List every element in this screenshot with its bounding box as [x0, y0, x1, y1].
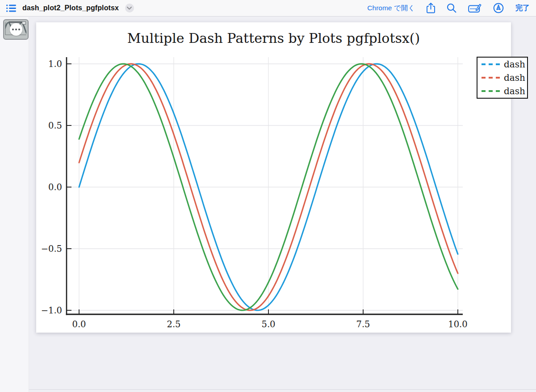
- xtick-label: 0.0: [72, 319, 86, 329]
- axes: [66, 57, 463, 315]
- legend-entry: dash: [482, 86, 523, 96]
- done-button[interactable]: 完了: [515, 4, 530, 13]
- chart-legend: dash dash dash: [477, 57, 528, 99]
- legend-entry: dash: [482, 59, 523, 70]
- chevron-down-icon: [127, 7, 132, 10]
- document-title: dash_plot2_Plots_pgfplotsx: [22, 4, 119, 12]
- xtick-label: 7.5: [356, 319, 370, 329]
- ytick-label: 0.5: [48, 121, 62, 131]
- tick-labels: 1.0 0.5 0.0 −0.5 −1.0 0.0 2.5 5.0 7.5 10…: [41, 59, 468, 329]
- page-thumbnail[interactable]: [3, 19, 29, 40]
- title-menu-button[interactable]: [125, 4, 134, 13]
- legend-label: dash: [504, 86, 525, 96]
- ytick-label: −0.5: [41, 244, 62, 254]
- top-toolbar: dash_plot2_Plots_pgfplotsx Chrome で開く: [0, 0, 536, 17]
- ytick-label: 0.0: [48, 182, 62, 192]
- grid-lines: [67, 57, 463, 314]
- dashed-line-swatch: [482, 63, 500, 65]
- legend-entry: dash: [482, 72, 523, 83]
- ytick-label: 1.0: [48, 59, 62, 69]
- document-page: 1.0 0.5 0.0 −0.5 −1.0 0.0 2.5 5.0 7.5 10…: [36, 22, 511, 333]
- open-in-chrome-button[interactable]: Chrome で開く: [367, 4, 415, 13]
- chart-title: Multiple Dash Patterns by Plots pgfplots…: [36, 30, 511, 46]
- share-icon[interactable]: [427, 3, 435, 13]
- pencil-circle-icon[interactable]: [493, 3, 504, 13]
- ytick-label: −1.0: [41, 305, 62, 316]
- markup-pen-box-icon[interactable]: [468, 3, 482, 13]
- xtick-label: 2.5: [167, 319, 180, 329]
- xtick-label: 5.0: [261, 319, 275, 329]
- ellipsis-badge-icon[interactable]: [10, 23, 22, 36]
- legend-label: dash: [504, 72, 525, 83]
- dashed-line-swatch: [482, 90, 500, 92]
- thumbnail-legend-box: [22, 21, 26, 25]
- search-icon[interactable]: [447, 3, 456, 13]
- list-bullet-menu-icon[interactable]: [6, 4, 16, 12]
- xtick-label: 10.0: [448, 319, 467, 329]
- dashed-line-swatch: [482, 77, 500, 79]
- screen-bottom-divider: [0, 389, 536, 390]
- plot-svg: 1.0 0.5 0.0 −0.5 −1.0 0.0 2.5 5.0 7.5 10…: [36, 22, 511, 333]
- thumbnail-sidebar: [0, 17, 29, 392]
- thumbnail-title-line: [8, 21, 24, 23]
- legend-label: dash: [504, 59, 525, 70]
